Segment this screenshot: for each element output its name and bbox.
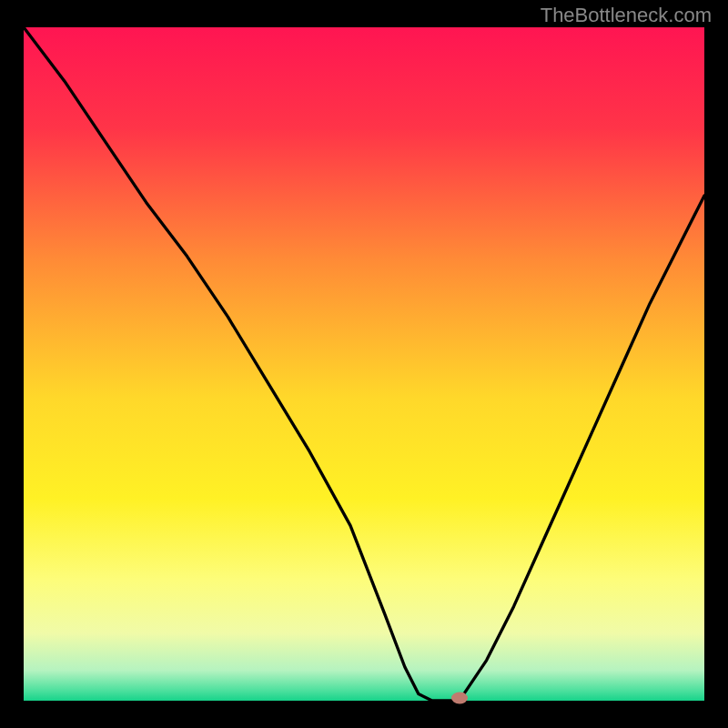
gradient-background [24,27,704,701]
svg-rect-0 [24,27,704,701]
optimal-point-marker [451,693,468,704]
watermark-text: TheBottleneck.com [541,4,712,27]
plot-area [24,27,704,701]
